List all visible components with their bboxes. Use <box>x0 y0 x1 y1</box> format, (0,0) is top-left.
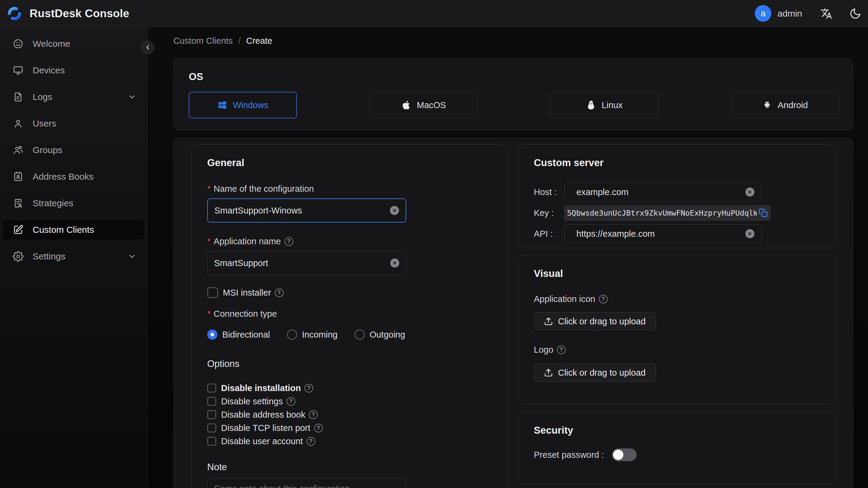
host-label: Host : <box>534 187 564 197</box>
application-name-input[interactable] <box>214 258 390 268</box>
gear-icon <box>13 251 24 262</box>
os-button-macos[interactable]: MacOS <box>369 92 477 118</box>
connection-type-radio-group: Bidirectional Incoming Outgoing <box>207 330 492 340</box>
logo-upload-button[interactable]: Click or drag to upload <box>534 364 656 382</box>
help-icon[interactable]: ? <box>314 424 323 432</box>
disable-user-account-label: Disable user account <box>221 436 303 446</box>
sidebar: Welcome Devices Logs <box>0 27 148 488</box>
security-section: Security Preset password : <box>518 412 835 484</box>
api-input[interactable] <box>577 229 745 239</box>
sidebar-item-settings[interactable]: Settings <box>3 247 144 266</box>
required-asterisk: * <box>207 309 211 318</box>
clear-icon[interactable]: ✕ <box>745 187 754 196</box>
preset-password-row: Preset password : <box>534 449 820 461</box>
help-icon[interactable]: ? <box>287 397 296 406</box>
help-icon[interactable]: ? <box>284 237 293 246</box>
user-icon <box>13 118 24 129</box>
monitor-icon <box>13 65 24 76</box>
copy-icon[interactable] <box>759 208 768 217</box>
avatar[interactable]: a <box>755 5 771 22</box>
chevron-down-icon <box>127 252 136 261</box>
sidebar-item-devices[interactable]: Devices <box>3 61 144 80</box>
radio-incoming-label: Incoming <box>302 330 338 340</box>
os-button-label: Windows <box>233 100 269 110</box>
edit-icon <box>13 224 24 235</box>
help-icon[interactable]: ? <box>304 384 313 393</box>
general-title: General <box>207 157 492 169</box>
sidebar-item-label: Address Books <box>33 172 94 182</box>
radio-outgoing[interactable] <box>354 330 365 340</box>
breadcrumb-parent[interactable]: Custom Clients <box>173 36 233 46</box>
note-label: Note <box>207 462 492 472</box>
application-icon-label: Application icon ? <box>534 294 820 304</box>
os-button-android[interactable]: Android <box>731 92 839 118</box>
clear-icon[interactable]: ✕ <box>390 258 399 268</box>
application-icon-upload-button[interactable]: Click or drag to upload <box>534 312 656 330</box>
disable-tcp-listen-port-label: Disable TCP listen port <box>221 423 310 433</box>
upload-button-label: Click or drag to upload <box>558 316 645 327</box>
note-field <box>207 479 406 488</box>
security-title: Security <box>534 424 820 436</box>
dark-mode-moon-icon[interactable] <box>849 7 861 20</box>
msi-installer-checkbox[interactable] <box>207 287 218 298</box>
radio-incoming[interactable] <box>287 330 297 340</box>
clear-icon[interactable]: ✕ <box>390 206 399 215</box>
help-icon[interactable]: ? <box>275 288 284 297</box>
rustdesk-console-window: RustDesk Console a admin Welcome <box>0 0 868 488</box>
config-name-input[interactable] <box>214 206 390 216</box>
radio-bidirectional-label: Bidirectional <box>222 330 270 340</box>
linux-penguin-icon <box>586 100 596 110</box>
app-title: RustDesk Console <box>30 7 129 20</box>
users-icon <box>13 145 24 155</box>
breadcrumb: Custom Clients / Create <box>173 34 853 48</box>
help-icon[interactable]: ? <box>307 437 315 446</box>
sidebar-item-label: Devices <box>33 65 65 75</box>
help-icon[interactable]: ? <box>309 410 318 419</box>
disable-address-book-checkbox[interactable] <box>207 410 216 419</box>
breadcrumb-separator: / <box>238 36 241 46</box>
upload-icon <box>544 368 553 377</box>
help-icon[interactable]: ? <box>599 295 608 304</box>
disable-user-account-checkbox[interactable] <box>207 437 216 446</box>
host-field: ✕ <box>564 183 762 202</box>
sidebar-item-label: Settings <box>33 251 65 262</box>
preset-password-toggle[interactable] <box>612 449 637 461</box>
os-button-linux[interactable]: Linux <box>550 92 658 118</box>
key-value: 5Qbwsde3unUcJBtrx9ZkvUmwFNoExHzpryHuPUdq… <box>567 209 757 217</box>
sidebar-item-address-books[interactable]: Address Books <box>3 167 144 186</box>
radio-bidirectional[interactable] <box>207 330 217 340</box>
connection-type-label: * Connection type <box>207 309 492 318</box>
configuration-panel: General * Name of the configuration ✕ * … <box>173 138 853 488</box>
address-book-icon <box>13 171 24 182</box>
sidebar-collapse-button[interactable] <box>141 40 155 54</box>
sidebar-item-label: Logs <box>33 92 52 102</box>
sidebar-item-logs[interactable]: Logs <box>3 87 144 106</box>
file-text-icon <box>13 92 24 102</box>
sidebar-item-welcome[interactable]: Welcome <box>3 34 144 54</box>
required-asterisk: * <box>207 184 211 193</box>
option-row-disable-settings: Disable settings ? <box>207 396 492 407</box>
disable-installation-checkbox[interactable] <box>207 384 216 393</box>
os-button-label: MacOS <box>417 100 446 110</box>
sidebar-item-label: Custom Clients <box>33 225 94 235</box>
sidebar-item-groups[interactable]: Groups <box>3 141 144 160</box>
host-input[interactable] <box>577 187 745 197</box>
sidebar-item-users[interactable]: Users <box>3 114 144 133</box>
msi-installer-label: MSI installer <box>223 288 271 298</box>
msi-installer-row: MSI installer ? <box>207 287 492 298</box>
sidebar-item-custom-clients[interactable]: Custom Clients <box>3 220 144 240</box>
help-icon[interactable]: ? <box>557 345 566 354</box>
translate-icon[interactable] <box>820 7 832 20</box>
username: admin <box>777 8 802 19</box>
sidebar-item-label: Groups <box>33 145 62 155</box>
config-name-label: * Name of the configuration <box>207 184 492 193</box>
top-bar: RustDesk Console a admin <box>0 0 868 27</box>
upload-button-label: Click or drag to upload <box>558 368 645 378</box>
disable-tcp-listen-port-checkbox[interactable] <box>207 423 216 432</box>
clear-icon[interactable]: ✕ <box>745 229 754 238</box>
os-button-windows[interactable]: Windows <box>189 92 297 118</box>
sidebar-item-strategies[interactable]: Strategies <box>3 193 144 213</box>
disable-installation-label: Disable installation <box>221 383 301 393</box>
note-textarea[interactable] <box>214 484 399 488</box>
disable-settings-checkbox[interactable] <box>207 397 216 406</box>
